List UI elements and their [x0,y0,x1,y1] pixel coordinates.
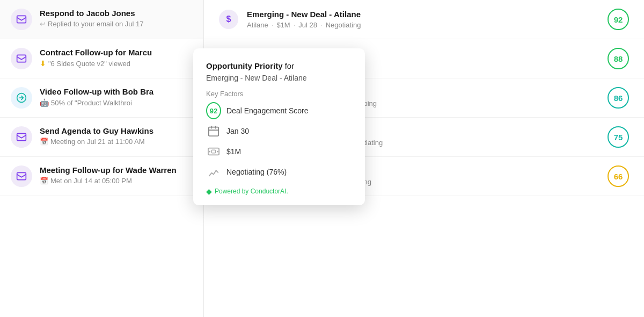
score-badge: 92 [608,9,629,30]
factor-row-score: 92 Deal Engagement Score [206,103,352,118]
factor-text-calendar: Jan 30 [226,127,249,135]
activity-title: Respond to Jacob Jones [40,9,193,18]
activity-title: Contract Follow-up for Marcu [40,48,179,57]
dollar-icon: $ [219,10,238,29]
activity-list: Respond to Jacob Jones ↩ Replied to your… [0,0,204,317]
call-icon [11,87,32,109]
svg-rect-7 [211,150,215,153]
activity-sub: 📅 Meeting on Jul 21 at 11:00 AM [40,138,193,146]
email-icon [11,48,32,69]
activity-title: Send Agenda to Guy Hawkins [40,126,179,135]
score-badge: 88 [608,48,629,69]
svg-rect-0 [17,16,26,23]
factor-row-money: $1M [206,144,352,159]
calendar-factor-icon [206,124,221,139]
svg-rect-4 [17,172,26,179]
svg-rect-1 [17,55,26,62]
activity-item[interactable]: Contract Follow-up for Marcu ⬇ "6 Sides … [0,39,203,78]
opp-meta: Atilane · $1M · Jul 28 · Negotiating [247,21,608,29]
opp-title: Emerging - New Deal - Atilane [247,10,608,19]
svg-point-8 [209,151,210,153]
factor-row-calendar: Jan 30 [206,124,352,139]
email-icon [11,165,32,187]
powered-by: ◆ Powered by ConductorAI. [206,187,352,196]
calendar-icon: 📅 [40,138,48,146]
activity-content: Respond to Jacob Jones ↩ Replied to your… [40,9,193,28]
tooltip-deal-name: Emerging - New Deal - Atilane [206,74,352,82]
factor-text-money: $1M [226,147,241,156]
activity-sub: 🤖 50% of "Product Walkthroi [40,98,193,107]
activity-content: Contract Follow-up for Marcu ⬇ "6 Sides … [40,48,193,68]
opportunity-priority-tooltip: Opportunity Priority for Emerging - New … [193,48,365,205]
score-factor-icon: 92 [206,103,221,118]
svg-point-9 [217,151,218,153]
score-badge: 86 [608,87,629,109]
activity-content: Video Follow-up with Bob Bra 🤖 50% of "P… [40,87,193,107]
email-icon [11,126,32,148]
opportunity-item[interactable]: $ Emerging - New Deal - Atilane Atilane … [204,0,644,39]
opp-content: Emerging - New Deal - Atilane Atilane · … [247,10,608,29]
activity-content: Meeting Follow-up for Wade Warren 📅 Met … [40,165,193,185]
activity-sub: ↩ Replied to your email on Jul 17 [40,20,193,28]
activity-item[interactable]: Video Follow-up with Bob Bra 🤖 50% of "P… [0,78,203,118]
email-icon [11,9,32,30]
tooltip-title: Opportunity Priority for [206,60,352,71]
svg-rect-5 [209,127,218,136]
factor-text-score: Deal Engagement Score [226,106,309,115]
factor-text-chart: Negotiating (76%) [226,168,287,176]
activity-sub: 📅 Met on Jul 14 at 05:00 PM [40,177,193,185]
activity-item[interactable]: Respond to Jacob Jones ↩ Replied to your… [0,0,203,39]
activity-title: Video Follow-up with Bob Bra [40,87,179,96]
reply-icon: ↩ [40,20,46,28]
activity-item[interactable]: Send Agenda to Guy Hawkins 📅 Meeting on … [0,118,203,157]
download-icon: ⬇ [40,59,46,68]
key-factors-label: Key Factors [206,90,352,98]
activity-content: Send Agenda to Guy Hawkins 📅 Meeting on … [40,126,193,146]
svg-rect-3 [17,133,26,140]
robot-icon: 🤖 [40,98,49,107]
factor-row-chart: Negotiating (76%) [206,164,352,179]
engagement-score-badge: 92 [206,102,221,119]
calendar-icon: 📅 [40,177,48,185]
diamond-icon: ◆ [206,187,212,196]
chart-factor-icon [206,164,221,179]
activity-title: Meeting Follow-up for Wade Warren [40,165,193,175]
score-badge: 66 [608,165,629,187]
activity-item[interactable]: Meeting Follow-up for Wade Warren 📅 Met … [0,157,203,196]
money-factor-icon [206,144,221,159]
activity-sub: ⬇ "6 Sides Quote v2" viewed [40,59,193,68]
score-badge: 75 [608,126,629,148]
